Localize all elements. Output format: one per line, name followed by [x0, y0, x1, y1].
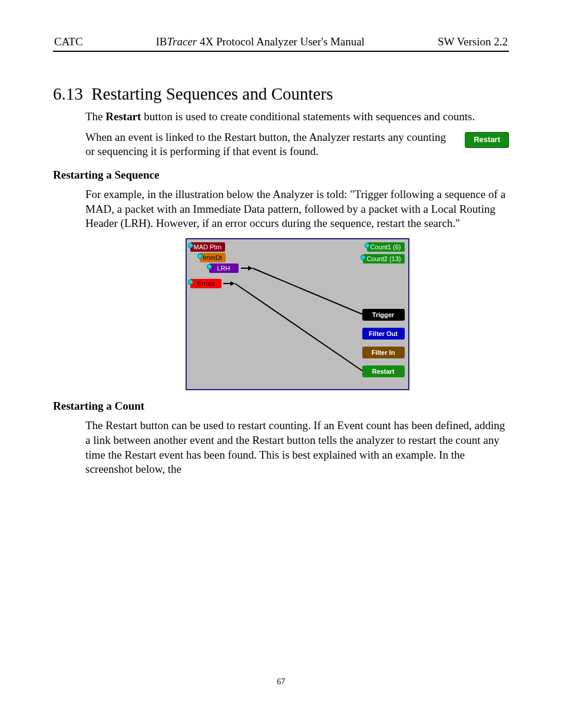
- page-header: CATC IBTracer 4X Protocol Analyzer User'…: [53, 35, 509, 52]
- subheading-restarting-count: Restarting a Count: [53, 400, 509, 413]
- count1-node: Count1 (6): [367, 242, 405, 252]
- event-mad-ptrn: MAD Ptrn: [190, 242, 226, 252]
- intro-paragraph-2: Restart When an event is linked to the R…: [85, 130, 509, 159]
- header-left: CATC: [54, 35, 83, 48]
- svg-line-2: [253, 268, 362, 314]
- svg-marker-4: [230, 281, 235, 286]
- event-immdt: ImmDt: [200, 253, 226, 262]
- event-errors: Errors: [190, 279, 222, 288]
- svg-line-5: [235, 284, 362, 371]
- subheading-restarting-sequence: Restarting a Sequence: [53, 169, 509, 182]
- header-center: IBTracer 4X Protocol Analyzer User's Man…: [83, 35, 438, 48]
- action-trigger: Trigger: [362, 309, 405, 321]
- action-restart: Restart: [362, 365, 405, 377]
- header-right: SW Version 2.2: [438, 35, 508, 48]
- intro-paragraph-1: The Restart button is used to create con…: [85, 110, 509, 124]
- event-lrh: LRH: [209, 263, 239, 273]
- sequence-paragraph: For example, in the illustration below t…: [85, 187, 509, 231]
- action-filter-out: Filter Out: [362, 328, 405, 340]
- sequence-diagram: MAD Ptrn ImmDt LRH Errors Count1 (6) Cou…: [186, 238, 409, 390]
- svg-marker-1: [248, 266, 253, 271]
- count-paragraph: The Restart button can be used to restar…: [85, 419, 509, 477]
- section-heading: 6.13 Restarting Sequences and Counters: [53, 84, 509, 104]
- count2-node: Count2 (13): [363, 254, 404, 263]
- restart-button-illustration: Restart: [465, 132, 509, 148]
- action-filter-in: Filter In: [362, 347, 405, 358]
- page-number: 67: [53, 677, 509, 687]
